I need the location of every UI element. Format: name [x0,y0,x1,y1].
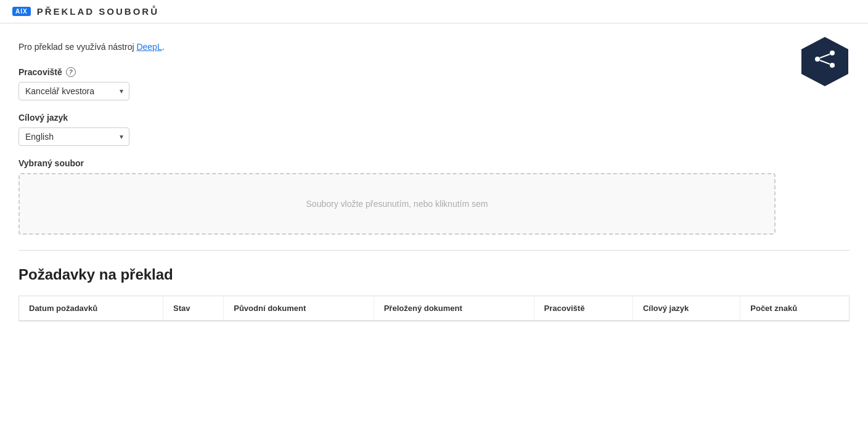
file-drop-placeholder: Soubory vložte přesunutím, nebo kliknutí… [306,199,488,209]
top-bar: AIX PŘEKLAD SOUBORŮ [0,0,868,23]
col-char-count: Počet znaků [740,296,850,321]
file-upload-label: Vybraný soubor [18,158,850,168]
col-target-lang: Cílový jazyk [633,296,740,321]
target-language-select[interactable]: English Czech German French Spanish [18,127,129,146]
col-date: Datum požadavků [19,296,163,321]
workspace-select[interactable]: Kancelář kvestora [18,82,129,100]
main-content: Pro překlad se využívá nástroj DeepL. Pr… [0,23,868,340]
col-workspace: Pracoviště [534,296,633,321]
requests-table-header-row: Datum požadavků Stav Původní dokument Př… [19,296,850,321]
workspace-field-group: Pracoviště ? Kancelář kvestora ▾ [18,67,850,100]
target-language-field-group: Cílový jazyk English Czech German French… [18,113,850,146]
workspace-label: Pracoviště ? [18,67,850,77]
info-paragraph: Pro překlad se využívá nástroj DeepL. [18,42,850,52]
svg-point-3 [830,63,835,68]
info-text-prefix: Pro překlad se využívá nástroj [18,42,136,52]
col-original-doc: Původní dokument [224,296,374,321]
file-upload-label-text: Vybraný soubor [18,158,84,168]
section-divider [18,250,850,251]
info-text-suffix: . [162,42,165,52]
hex-logo [800,36,850,91]
svg-point-2 [830,50,835,55]
requests-section-title: Požadavky na překlad [18,266,850,283]
requests-table-head: Datum požadavků Stav Původní dokument Př… [19,296,850,321]
page-title: PŘEKLAD SOUBORŮ [37,6,159,17]
target-language-label: Cílový jazyk [18,113,850,123]
logo-badge: AIX [12,7,31,16]
file-drop-zone[interactable]: Soubory vložte přesunutím, nebo kliknutí… [18,173,776,235]
svg-point-1 [815,57,820,62]
target-language-select-wrapper: English Czech German French Spanish ▾ [18,127,129,146]
deepl-link[interactable]: DeepL [136,42,162,52]
workspace-select-wrapper: Kancelář kvestora ▾ [18,82,129,100]
col-status: Stav [163,296,224,321]
target-language-label-text: Cílový jazyk [18,113,68,123]
workspace-help-icon[interactable]: ? [66,67,76,77]
workspace-label-text: Pracoviště [18,67,62,77]
col-translated-doc: Přeložený dokument [374,296,534,321]
requests-table: Datum požadavků Stav Původní dokument Př… [18,296,850,321]
file-upload-field-group: Vybraný soubor Soubory vložte přesunutím… [18,158,850,235]
